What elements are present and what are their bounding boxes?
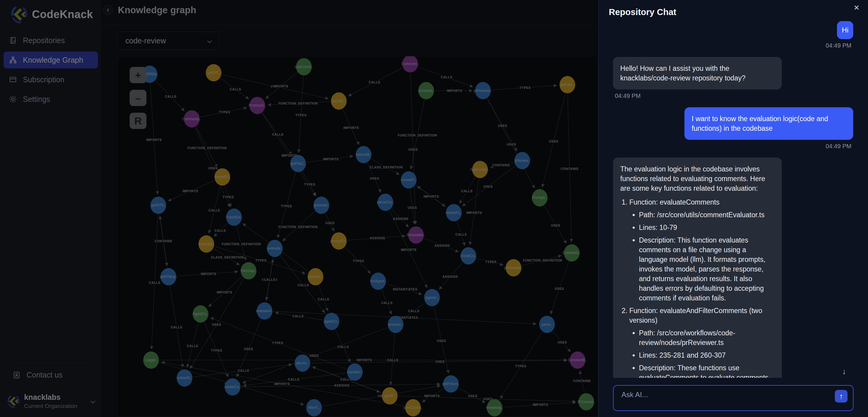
repository-chat-panel: Repository Chat ✕ Hi 04:49 PM Hello! How… [598, 0, 868, 417]
function-list: Function: evaluateComments Path: /src/co… [620, 197, 775, 378]
chat-input-container: ↑ [613, 385, 854, 411]
message-timestamp: 04:49 PM [826, 42, 851, 49]
bullet-item: Lines: 235-281 and 260-307 [639, 350, 775, 360]
message-timestamp: 04:49 PM [826, 143, 851, 150]
chat-message-list[interactable]: Hi 04:49 PM Hello! How can I assist you … [613, 21, 853, 378]
message-timestamp: 04:49 PM [615, 93, 641, 99]
bullet-item: Path: /src/core/workflows/code-review/no… [639, 328, 775, 347]
dim-overlay[interactable] [0, 0, 598, 417]
send-button[interactable]: ↑ [835, 390, 847, 403]
chat-title: Repository Chat [609, 7, 676, 17]
user-message: I want to know the evaluation logic(code… [684, 107, 853, 140]
scroll-to-bottom-button[interactable]: ↓ [839, 366, 849, 377]
assistant-message: Hello! How can I assist you with the kna… [613, 57, 782, 90]
assistant-message: The evaluation logic in the codebase inv… [613, 158, 782, 378]
assistant-intro: The evaluation logic in the codebase inv… [620, 164, 775, 193]
bullet-item: Lines: 10-79 [639, 223, 775, 232]
chat-input[interactable] [621, 390, 826, 407]
list-item: Function: evaluateAndFilterComments (two… [629, 306, 775, 378]
bullet-item: Description: This function evaluates com… [639, 235, 775, 303]
user-message: Hi [837, 21, 853, 39]
close-icon[interactable]: ✕ [851, 2, 862, 13]
bullet-item: Path: /src/core/utils/commentEvaluator.t… [639, 210, 775, 220]
arrow-up-icon: ↑ [839, 392, 843, 401]
list-item: Function: evaluateComments Path: /src/co… [629, 197, 775, 303]
bullet-item: Description: These functions use evaluat… [639, 363, 775, 378]
